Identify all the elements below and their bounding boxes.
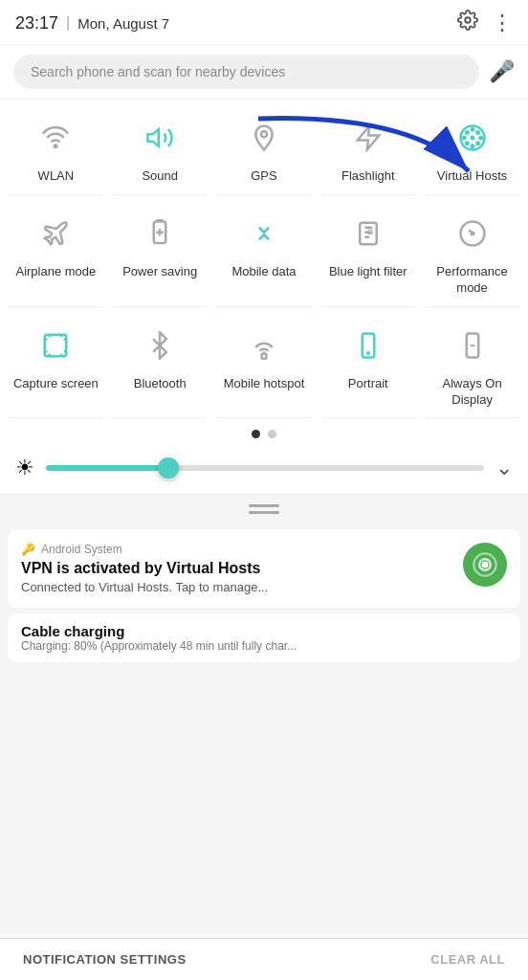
vpn-notif-body: Connected to Virtual Hosts. Tap to manag… (21, 580, 451, 594)
svg-point-0 (465, 17, 471, 23)
brightness-slider[interactable] (46, 456, 484, 480)
drag-handle[interactable] (0, 495, 528, 523)
search-placeholder: Search phone and scan for nearby devices (31, 64, 285, 79)
vpn-notification[interactable]: 🔑 Android System VPN is activated by Vir… (8, 529, 520, 608)
virtual-hosts-icon-wrap (448, 113, 497, 163)
vpn-avatar (463, 543, 507, 587)
toggle-performance[interactable]: Performance mode (425, 201, 520, 307)
toggle-capture-screen[interactable]: Capture screen (8, 313, 103, 419)
sound-label: Sound (142, 168, 178, 185)
svg-point-22 (471, 233, 473, 235)
toggles-row-3: Capture screen Bluetooth (0, 307, 528, 419)
notification-settings-button[interactable]: NOTIFICATION SETTINGS (23, 952, 187, 967)
gps-icon-wrap (239, 113, 289, 163)
status-bar: 23:17 | Mon, August 7 ⋮ (0, 0, 528, 45)
settings-icon[interactable] (457, 10, 478, 36)
svg-point-7 (471, 137, 473, 140)
hotspot-label: Mobile hotspot (224, 376, 305, 392)
sound-icon-wrap (135, 113, 185, 163)
svg-point-13 (476, 142, 479, 145)
capture-screen-icon-wrap (31, 321, 80, 370)
status-icons: ⋮ (457, 10, 513, 36)
virtual-hosts-label: Virtual Hosts (437, 168, 507, 185)
svg-point-12 (466, 131, 469, 134)
vpn-notif-content: 🔑 Android System VPN is activated by Vir… (21, 543, 451, 594)
charging-notification[interactable]: Cable charging Charging: 80% (Approximat… (8, 613, 520, 662)
handle-line-2 (249, 511, 279, 514)
svg-text:B: B (367, 226, 374, 236)
always-on-display-label: Always On Display (429, 376, 517, 409)
page-dot-2 (268, 430, 276, 438)
vpn-notif-source: 🔑 Android System (21, 543, 451, 556)
brightness-icon: ☀ (15, 456, 34, 480)
flashlight-icon-wrap (343, 113, 393, 163)
charging-title: Cable charging (21, 623, 507, 639)
page-dot-1 (252, 430, 260, 438)
hotspot-icon-wrap (239, 321, 289, 370)
svg-point-9 (471, 145, 473, 148)
capture-screen-label: Capture screen (13, 376, 99, 392)
power-saving-label: Power saving (122, 264, 197, 280)
toggle-sound[interactable]: Sound (112, 105, 208, 195)
quick-panel: WLAN Sound (0, 100, 528, 495)
handle-lines (249, 504, 279, 514)
toggles-row-2: Airplane mode Power saving (0, 195, 528, 307)
vpn-notif-title: VPN is activated by Virtual Hosts (21, 560, 451, 577)
toggle-power-saving[interactable]: Power saving (112, 201, 208, 307)
clear-all-button[interactable]: CLEAR ALL (430, 952, 505, 967)
svg-rect-24 (261, 353, 266, 358)
bluetooth-label: Bluetooth (134, 376, 187, 392)
toggle-wlan[interactable]: WLAN (8, 105, 103, 195)
performance-label: Performance mode (429, 264, 517, 297)
flashlight-label: Flashlight (341, 168, 395, 185)
mic-icon[interactable]: 🎤 (489, 59, 515, 84)
svg-point-10 (463, 137, 466, 140)
search-bar: Search phone and scan for nearby devices… (0, 45, 528, 100)
toggle-always-on-display[interactable]: Always On Display (425, 313, 520, 419)
portrait-icon-wrap (343, 321, 393, 370)
status-date: Mon, August 7 (77, 15, 169, 32)
blue-light-icon-wrap: B (343, 209, 393, 258)
page-dots (0, 418, 528, 446)
portrait-label: Portrait (348, 376, 388, 392)
blue-light-label: Blue light filter (329, 264, 407, 280)
svg-marker-5 (358, 126, 380, 150)
airplane-icon-wrap (31, 209, 80, 258)
toggle-airplane[interactable]: Airplane mode (8, 201, 103, 307)
brightness-track (46, 465, 484, 471)
toggle-blue-light[interactable]: B Blue light filter (320, 201, 416, 307)
svg-point-15 (466, 142, 469, 145)
status-time: 23:17 (15, 13, 58, 33)
performance-icon-wrap (448, 209, 497, 258)
svg-point-11 (479, 137, 482, 140)
charging-body: Charging: 80% (Approximately 48 min unti… (21, 639, 507, 653)
mobile-data-icon-wrap (239, 209, 289, 258)
more-icon[interactable]: ⋮ (492, 11, 513, 35)
brightness-row: ☀ ⌄ (0, 446, 528, 495)
key-icon: 🔑 (21, 543, 35, 556)
toggle-gps[interactable]: GPS (216, 105, 312, 195)
app-container: 23:17 | Mon, August 7 ⋮ Search phone and… (0, 0, 528, 725)
svg-point-14 (476, 131, 479, 134)
toggle-flashlight[interactable]: Flashlight (320, 105, 416, 195)
power-saving-icon-wrap (135, 209, 185, 258)
always-on-display-icon-wrap (448, 321, 497, 370)
airplane-label: Airplane mode (15, 264, 96, 280)
toggle-bluetooth[interactable]: Bluetooth (112, 313, 208, 419)
svg-point-4 (261, 131, 267, 137)
toggle-mobile-data[interactable]: Mobile data (216, 201, 312, 307)
search-input[interactable]: Search phone and scan for nearby devices (13, 55, 479, 89)
svg-point-8 (471, 128, 473, 131)
status-divider: | (66, 14, 70, 32)
toggle-portrait[interactable]: Portrait (320, 313, 416, 419)
notification-area: 🔑 Android System VPN is activated by Vir… (0, 529, 528, 725)
svg-marker-3 (148, 129, 159, 146)
gps-label: GPS (251, 168, 276, 185)
mobile-data-label: Mobile data (231, 264, 296, 280)
toggle-virtual-hosts[interactable]: Virtual Hosts (425, 105, 520, 195)
toggle-hotspot[interactable]: Mobile hotspot (216, 313, 312, 419)
brightness-thumb (158, 457, 179, 479)
chevron-down-icon[interactable]: ⌄ (495, 456, 513, 480)
wlan-label: WLAN (38, 168, 75, 185)
vpn-source-label: Android System (41, 543, 122, 556)
